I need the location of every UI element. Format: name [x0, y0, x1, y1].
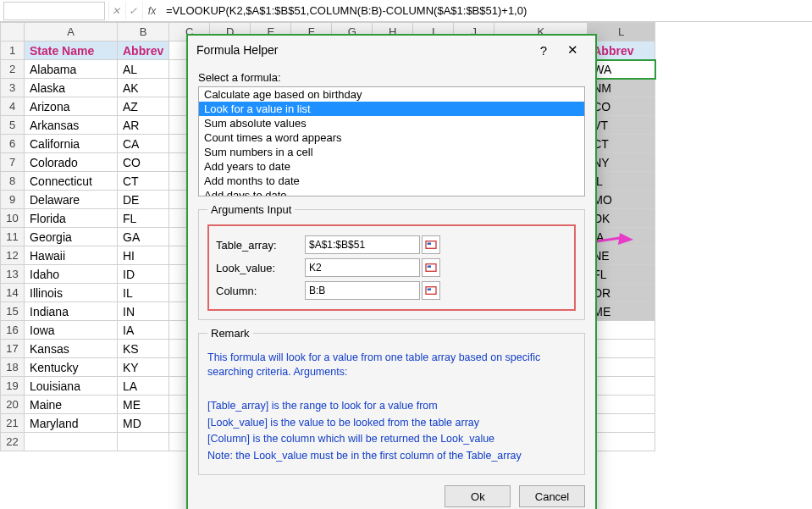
- row-header-3[interactable]: 3: [1, 79, 25, 97]
- cell-L18[interactable]: [588, 358, 655, 377]
- cell-B4[interactable]: AZ: [118, 97, 169, 116]
- row-header-1[interactable]: 1: [1, 41, 25, 60]
- row-header-20[interactable]: 20: [1, 396, 25, 414]
- column-input[interactable]: [305, 281, 420, 300]
- row-header-15[interactable]: 15: [1, 302, 25, 321]
- cell-A20[interactable]: Maine: [25, 396, 118, 414]
- cell-B13[interactable]: ID: [118, 265, 169, 284]
- cell-A16[interactable]: Iowa: [25, 321, 118, 340]
- cell-A9[interactable]: Delaware: [25, 191, 118, 209]
- row-header-5[interactable]: 5: [1, 116, 25, 135]
- cell-L1[interactable]: Abbrev: [588, 41, 655, 60]
- cell-B15[interactable]: IN: [118, 302, 169, 321]
- row-header-2[interactable]: 2: [1, 60, 25, 79]
- cell-A11[interactable]: Georgia: [25, 228, 118, 246]
- cell-L6[interactable]: CT: [588, 135, 655, 153]
- cell-B16[interactable]: IA: [118, 321, 169, 340]
- cell-L4[interactable]: CO: [588, 97, 655, 116]
- cell-A2[interactable]: Alabama: [25, 60, 118, 79]
- row-header-12[interactable]: 12: [1, 246, 25, 265]
- row-header-21[interactable]: 21: [1, 414, 25, 433]
- formula-option[interactable]: Count times a word appears: [199, 130, 584, 145]
- cell-L20[interactable]: [588, 396, 655, 414]
- cell-A3[interactable]: Alaska: [25, 79, 118, 97]
- cell-A14[interactable]: Illinois: [25, 284, 118, 302]
- cell-A6[interactable]: California: [25, 135, 118, 153]
- cell-B8[interactable]: CT: [118, 172, 169, 191]
- cell-B17[interactable]: KS: [118, 340, 169, 358]
- cell-B10[interactable]: FL: [118, 209, 169, 228]
- row-header-8[interactable]: 8: [1, 172, 25, 191]
- name-box[interactable]: [3, 2, 105, 20]
- look-value-ref-button[interactable]: [422, 258, 440, 277]
- cell-B20[interactable]: ME: [118, 396, 169, 414]
- row-header-18[interactable]: 18: [1, 358, 25, 377]
- cell-L9[interactable]: MO: [588, 191, 655, 209]
- cell-A7[interactable]: Colorado: [25, 153, 118, 172]
- cell-L21[interactable]: [588, 414, 655, 433]
- formula-option[interactable]: Add months to date: [199, 174, 584, 188]
- cell-A19[interactable]: Louisiana: [25, 377, 118, 396]
- cell-L7[interactable]: NY: [588, 153, 655, 172]
- cell-B21[interactable]: MD: [118, 414, 169, 433]
- cancel-formula-icon[interactable]: ✕: [108, 2, 122, 20]
- cell-L3[interactable]: NM: [588, 79, 655, 97]
- cell-L13[interactable]: FL: [588, 265, 655, 284]
- cell-A18[interactable]: Kentucky: [25, 358, 118, 377]
- select-all-corner[interactable]: [1, 23, 25, 41]
- cell-L16[interactable]: [588, 321, 655, 340]
- row-header-10[interactable]: 10: [1, 209, 25, 228]
- cell-L17[interactable]: [588, 340, 655, 358]
- cell-L22[interactable]: [588, 433, 655, 451]
- row-header-4[interactable]: 4: [1, 97, 25, 116]
- cell-A15[interactable]: Indiana: [25, 302, 118, 321]
- cell-B11[interactable]: GA: [118, 228, 169, 246]
- row-header-11[interactable]: 11: [1, 228, 25, 246]
- col-header-B[interactable]: B: [118, 23, 169, 41]
- row-header-6[interactable]: 6: [1, 135, 25, 153]
- cell-B18[interactable]: KY: [118, 358, 169, 377]
- cell-B14[interactable]: IL: [118, 284, 169, 302]
- formula-input[interactable]: [161, 2, 812, 20]
- cell-B6[interactable]: CA: [118, 135, 169, 153]
- table-array-input[interactable]: [305, 235, 420, 254]
- fx-icon[interactable]: fx: [142, 2, 161, 20]
- cell-B7[interactable]: CO: [118, 153, 169, 172]
- cell-B12[interactable]: HI: [118, 246, 169, 265]
- cell-L5[interactable]: VT: [588, 116, 655, 135]
- dialog-help-button[interactable]: ?: [529, 37, 558, 63]
- cell-B2[interactable]: AL: [118, 60, 169, 79]
- formula-option[interactable]: Add years to date: [199, 159, 584, 174]
- row-header-19[interactable]: 19: [1, 377, 25, 396]
- row-header-9[interactable]: 9: [1, 191, 25, 209]
- dialog-close-button[interactable]: ✕: [558, 37, 587, 63]
- cell-B22[interactable]: [118, 433, 169, 451]
- cell-A5[interactable]: Arkansas: [25, 116, 118, 135]
- formula-option[interactable]: Sum numbers in a cell: [199, 145, 584, 159]
- cell-A4[interactable]: Arizona: [25, 97, 118, 116]
- cell-L10[interactable]: OK: [588, 209, 655, 228]
- look-value-input[interactable]: [305, 258, 420, 277]
- formula-list[interactable]: Calculate age based on birthdayLook for …: [198, 86, 585, 196]
- cell-A1[interactable]: State Name: [25, 41, 118, 60]
- cell-A8[interactable]: Connecticut: [25, 172, 118, 191]
- row-header-22[interactable]: 22: [1, 433, 25, 451]
- formula-option[interactable]: Look for a value in list: [199, 102, 584, 116]
- formula-option[interactable]: Calculate age based on birthday: [199, 87, 584, 102]
- cell-B1[interactable]: Abbrev: [118, 41, 169, 60]
- cell-A13[interactable]: Idaho: [25, 265, 118, 284]
- cell-L8[interactable]: IL: [588, 172, 655, 191]
- cell-B9[interactable]: DE: [118, 191, 169, 209]
- cell-A10[interactable]: Florida: [25, 209, 118, 228]
- column-ref-button[interactable]: [422, 281, 440, 300]
- cell-A21[interactable]: Maryland: [25, 414, 118, 433]
- cancel-button[interactable]: Cancel: [519, 485, 585, 507]
- row-header-14[interactable]: 14: [1, 284, 25, 302]
- cell-L12[interactable]: NE: [588, 246, 655, 265]
- cell-A12[interactable]: Hawaii: [25, 246, 118, 265]
- cell-A22[interactable]: [25, 433, 118, 451]
- cell-L14[interactable]: OR: [588, 284, 655, 302]
- accept-formula-icon[interactable]: ✓: [125, 2, 139, 20]
- cell-L11[interactable]: IA: [588, 228, 655, 246]
- row-header-7[interactable]: 7: [1, 153, 25, 172]
